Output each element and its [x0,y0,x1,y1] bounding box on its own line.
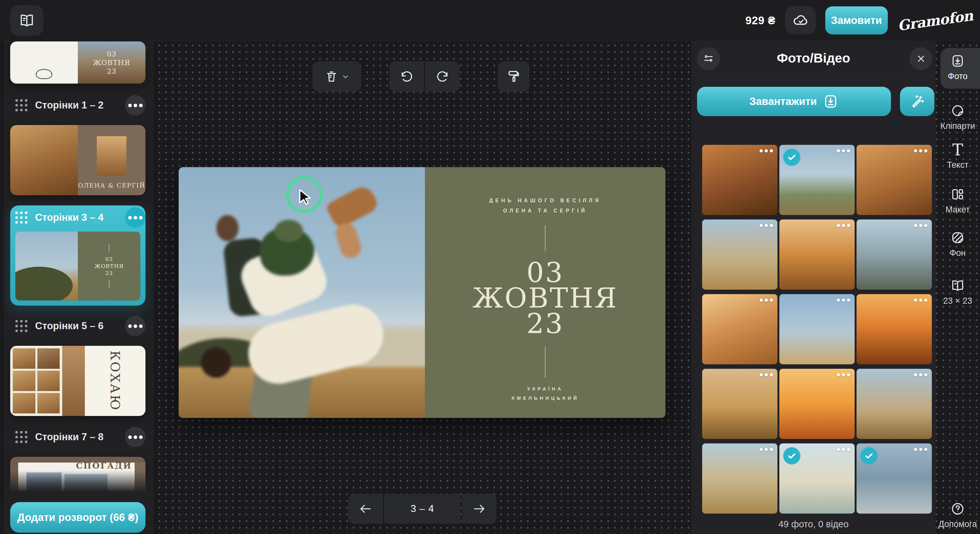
photo-tile[interactable] [780,219,854,290]
tile-menu-button[interactable] [837,149,850,153]
photo-grid [702,145,932,534]
previous-spread-button[interactable] [348,494,383,524]
photo-tile[interactable] [702,294,778,364]
rail-tab-label: Текст [947,160,969,170]
rail-tab-background[interactable]: Фон [935,230,980,258]
spread-right-page[interactable]: ДЕНЬ НАШОГО ВЕСІЛЛЯ ОЛЕНА ТА СЕРГІЙ 03 Ж… [425,167,665,418]
wedding-date-text[interactable]: 03 ЖОВТНЯ 23 [473,260,618,336]
drag-handle-icon[interactable] [15,99,27,111]
my-books-button[interactable] [10,5,43,36]
tile-menu-button[interactable] [837,448,850,451]
rail-tab-label: Фото [948,72,967,81]
spread-group-3-4-active[interactable]: Сторінки 3 – 4 03 ЖОВТНЯ 23 [10,205,145,305]
redo-icon [435,69,450,84]
photo-tile[interactable] [780,145,854,215]
photo-tile[interactable] [702,145,778,215]
tile-menu-button[interactable] [760,224,773,227]
logo-mark-icon [36,69,52,79]
love-text: КОХАЮ [108,351,123,411]
book-format-icon [950,278,965,293]
spread-menu-button[interactable] [125,427,145,447]
upload-label: Завантажити [749,95,817,108]
rail-tab-cliparts[interactable]: Кліпарти [935,103,980,131]
order-button[interactable]: Замовити [825,6,888,35]
add-spread-button[interactable]: Додати розворот (66 ₴) [10,502,145,533]
rail-tab-text[interactable]: T Текст [935,143,980,170]
photo-tile[interactable] [856,294,932,364]
tile-menu-button[interactable] [760,448,773,451]
date-line: 23 [94,270,124,277]
tile-menu-button[interactable] [837,299,850,302]
photo-tile[interactable] [780,443,854,513]
undo-button[interactable] [389,61,424,92]
drag-handle-icon[interactable] [15,211,27,224]
cloud-sync-button[interactable] [785,6,816,35]
photo-tile[interactable] [856,219,932,290]
photo-tile[interactable] [780,294,854,364]
photo-tile[interactable] [702,369,778,439]
rail-tab-layout[interactable]: Макет [935,187,980,215]
magic-wand-icon [909,94,925,110]
tile-menu-button[interactable] [760,373,773,377]
spread-group-label: Сторінки 5 – 6 [35,320,104,332]
cloud-check-icon [792,12,809,29]
spread-thumbnail-3-4[interactable]: 03 ЖОВТНЯ 23 [15,232,140,300]
spread-canvas[interactable]: ДЕНЬ НАШОГО ВЕСІЛЛЯ ОЛЕНА ТА СЕРГІЙ 03 Ж… [179,167,665,418]
photo-tile[interactable] [856,145,932,215]
delete-spread-button[interactable] [313,61,361,92]
tile-menu-button[interactable] [914,373,928,377]
date-line: ЖОВТНЯ [94,262,124,270]
spread-menu-button[interactable] [125,95,145,116]
spread-thumbnail-1-2[interactable]: ОЛЕНА & СЕРГІЙ [10,125,145,195]
drag-handle-icon[interactable] [15,431,27,443]
spread-group-header-5-6: Сторінки 5 – 6 [10,316,145,335]
panel-title: Фото/Відео [691,41,935,75]
cover-left-page [10,41,78,84]
library-counter: 49 фото, 0 відео [691,514,935,534]
close-panel-button[interactable] [910,47,932,70]
tile-menu-button[interactable] [914,224,928,227]
cover-right-page: 03 ЖОВТНЯ 23 [78,41,145,84]
spread-thumbnail-5-6[interactable]: КОХАЮ [10,346,145,416]
tile-menu-button[interactable] [914,299,928,302]
spread-menu-button[interactable] [125,316,145,336]
cover-spread-thumbnail[interactable]: 03 ЖОВТНЯ 23 [10,41,145,84]
memories-text: СПОГАДИ [76,461,132,470]
tile-menu-button[interactable] [914,149,928,153]
cover-date-line: 23 [93,67,130,76]
redo-button[interactable] [425,61,460,92]
photo-tile[interactable] [856,369,932,439]
photo-tile[interactable] [856,443,932,513]
rail-tab-label: Кліпарти [940,121,975,131]
cover-date-line: 03 [93,50,130,58]
upload-tray-icon [823,94,839,110]
tile-menu-button[interactable] [914,448,928,451]
rail-tab-photo[interactable]: Фото [935,54,980,81]
drag-handle-icon[interactable] [15,320,27,332]
next-spread-button[interactable] [462,494,496,524]
top-bar: 929 ₴ Замовити Gramofon [0,0,980,41]
auto-fill-button[interactable] [900,87,934,116]
photo-tile[interactable] [702,443,778,513]
thumb-photo [15,232,78,300]
close-icon [915,53,927,64]
tile-menu-button[interactable] [760,149,773,153]
page-navigation: 3 – 4 [348,494,496,524]
tile-menu-button[interactable] [837,224,850,227]
upload-photos-button[interactable]: Завантажити [697,87,891,116]
tools-rail: Фото Кліпарти T Текст Макет [935,41,980,534]
wedding-caption: ДЕНЬ НАШОГО ВЕСІЛЛЯ [489,198,601,203]
tile-menu-button[interactable] [760,299,773,302]
add-spread-label: Додати розворот (66 ₴) [17,511,138,523]
panel-header: Фото/Відео [691,41,935,76]
photo-tile[interactable] [702,219,778,290]
gramofon-logo: Gramofon [896,7,974,34]
date-line: 03 [94,256,124,262]
style-brush-button[interactable] [498,61,530,92]
help-button[interactable]: Допомога [935,501,980,529]
photo-tile[interactable] [780,369,854,439]
tile-menu-button[interactable] [837,373,850,377]
spread-menu-button[interactable] [125,207,145,228]
photobook-editor: 929 ₴ Замовити Gramofon 03 [0,0,980,534]
rail-tab-book-format[interactable]: 23 × 23 [935,278,980,306]
